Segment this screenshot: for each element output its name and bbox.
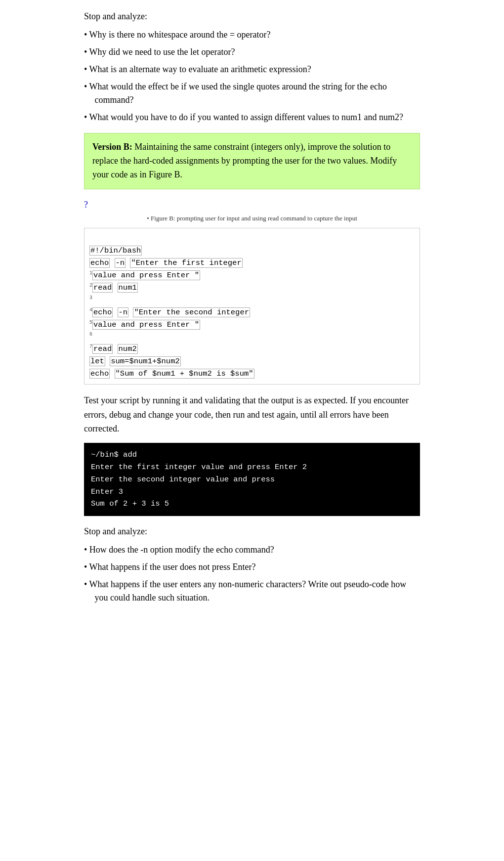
figure-link[interactable]: ? xyxy=(84,198,88,212)
code-line: echo "Sum of $num1 + $num2 is $sum" xyxy=(89,369,254,379)
terminal-line-3: Enter the second integer value and press xyxy=(91,474,413,486)
code-line: 7read num2 xyxy=(89,344,138,353)
version-bold: Version B: xyxy=(92,142,132,152)
terminal-line-1: ~/bin$ add xyxy=(91,449,413,461)
figure-caption: • Figure B: prompting user for input and… xyxy=(84,214,420,223)
terminal-line-5: Sum of 2 + 3 is 5 xyxy=(91,498,413,510)
code-line: 2read num1 3 xyxy=(89,283,138,304)
bullet-item: Why did we need to use the let operator? xyxy=(84,45,420,59)
stop-analyze-heading-1: Stop and analyze: xyxy=(84,10,420,23)
terminal-line-4: Enter 3 xyxy=(91,486,413,498)
body-text-1: Test your script by running it and valid… xyxy=(84,393,420,436)
figure-area: ? • Figure B: prompting user for input a… xyxy=(84,198,420,223)
bullet-list-1: Why is there no whitespace around the = … xyxy=(84,28,420,124)
bullet-item: What happens if the user enters any non-… xyxy=(84,578,420,604)
code-line: #!/bin/bash xyxy=(89,246,142,256)
stop-analyze-heading-2: Stop and analyze: xyxy=(84,525,420,538)
version-text: Maintaining the same constraint (integer… xyxy=(92,142,397,179)
bullet-item: Why is there no whitespace around the = … xyxy=(84,28,420,42)
code-line: 5value and press Enter " 6 xyxy=(89,320,200,342)
bullet-item: What would you have to do if you wanted … xyxy=(84,111,420,124)
version-box: Version B: Maintaining the same constrai… xyxy=(84,133,420,189)
terminal-block: ~/bin$ add Enter the first integer value… xyxy=(84,443,420,516)
bullet-item: How does the -n option modify the echo c… xyxy=(84,543,420,557)
bullet-list-2: How does the -n option modify the echo c… xyxy=(84,543,420,604)
code-line: 4echo -n "Enter the second integer xyxy=(89,308,250,317)
bullet-item: What would the effect be if we used the … xyxy=(84,80,420,107)
code-block: #!/bin/bash echo -n "Enter the first int… xyxy=(84,228,420,385)
bullet-item: What happens if the user does not press … xyxy=(84,560,420,574)
code-line: let sum=$num1+$num2 xyxy=(89,356,181,366)
code-line: 1value and press Enter " xyxy=(89,271,200,280)
terminal-line-2: Enter the first integer value and press … xyxy=(91,461,413,474)
bullet-item: What is an alternate way to evaluate an … xyxy=(84,63,420,76)
code-line: echo -n "Enter the first integer xyxy=(89,258,243,268)
